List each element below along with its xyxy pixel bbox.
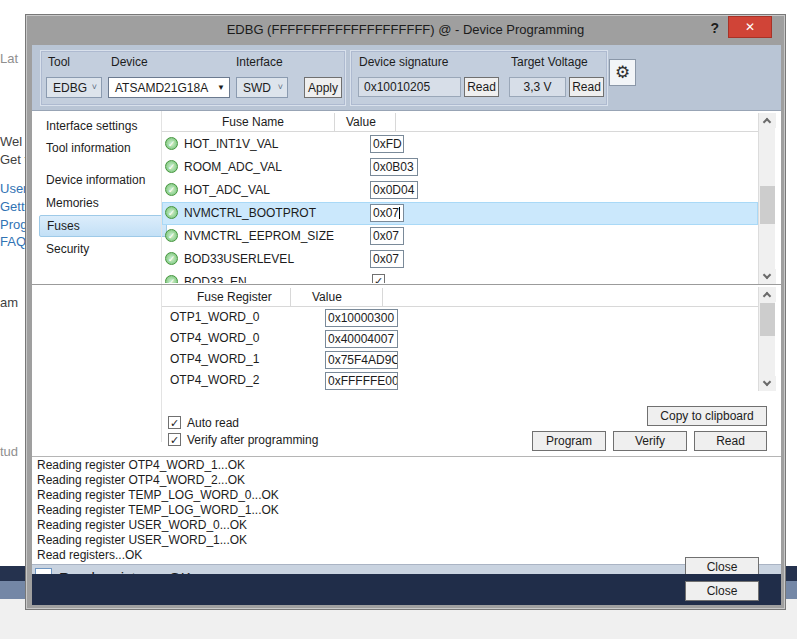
background-text: tud bbox=[0, 444, 18, 459]
sidebar-item-interface-settings[interactable]: Interface settings bbox=[39, 116, 167, 136]
read-voltage-button[interactable]: Read bbox=[569, 77, 604, 97]
device-signature-field[interactable]: 0x10010205 bbox=[358, 77, 461, 97]
sidebar-item-memories[interactable]: Memories bbox=[39, 193, 167, 213]
header-line bbox=[162, 131, 758, 132]
register-row[interactable]: OTP4_WORD_0 0x40004007 bbox=[162, 328, 758, 349]
register-value-input[interactable]: 0x75F4AD9C bbox=[325, 351, 398, 369]
fuse-name: BOD33_EN bbox=[184, 275, 247, 283]
device-select[interactable]: ATSAMD21G18A ▼ bbox=[108, 77, 230, 98]
scroll-up-button[interactable] bbox=[759, 287, 776, 302]
background-link: User bbox=[0, 181, 27, 196]
log-line: Reading register USER_WORD_1...OK bbox=[37, 533, 247, 547]
fuse-ok-icon: ✓ bbox=[165, 275, 178, 283]
scrollbar-thumb[interactable] bbox=[760, 303, 775, 336]
scroll-down-button[interactable] bbox=[759, 269, 776, 284]
verify-button[interactable]: Verify bbox=[613, 431, 687, 451]
close-button[interactable]: Close bbox=[685, 581, 759, 601]
fuse-value-input[interactable]: 0x0D04 bbox=[370, 181, 418, 199]
fuse-value-text: 0x07 bbox=[373, 206, 399, 220]
background-link: Prog bbox=[0, 217, 27, 232]
chevron-up-icon bbox=[763, 118, 771, 126]
fuse-value-input[interactable]: 0x07 bbox=[370, 250, 404, 268]
close-window-button[interactable]: ✕ bbox=[728, 16, 772, 38]
fuse-value-input-focused[interactable]: 0x07 bbox=[370, 204, 404, 222]
register-row-partial[interactable]: OTP4_WORD_2 0xFFFFFE00 bbox=[162, 370, 758, 390]
settings-button[interactable]: ⚙ bbox=[609, 59, 636, 86]
title-bar[interactable]: EDBG (FFFFFFFFFFFFFFFFFFFF) @ - Device P… bbox=[26, 15, 785, 45]
verify-after-programming-label: Verify after programming bbox=[187, 433, 318, 447]
apply-button[interactable]: Apply bbox=[304, 77, 342, 98]
device-select-value: ATSAMD21G18A bbox=[115, 81, 208, 95]
register-name: OTP4_WORD_0 bbox=[170, 331, 259, 345]
read-button[interactable]: Read bbox=[694, 431, 767, 451]
fuse-ok-icon: ✓ bbox=[165, 137, 178, 150]
scroll-up-button[interactable] bbox=[759, 113, 776, 128]
copy-to-clipboard-button[interactable]: Copy to clipboard bbox=[647, 406, 767, 426]
help-button[interactable]: ? bbox=[710, 20, 719, 36]
log-output[interactable]: Reading register OTP4_WORD_1...OK Readin… bbox=[32, 456, 781, 564]
scroll-down-button[interactable] bbox=[759, 376, 776, 391]
log-line: Reading register OTP4_WORD_2...OK bbox=[37, 473, 245, 487]
fuse-row[interactable]: ✓ BOD33USERLEVEL 0x07 bbox=[162, 248, 758, 271]
fuse-row[interactable]: ✓ NVMCTRL_EEPROM_SIZE 0x07 bbox=[162, 225, 758, 248]
fuse-ok-icon: ✓ bbox=[165, 252, 178, 265]
fuse-name: NVMCTRL_BOOTPROT bbox=[184, 206, 316, 220]
chevron-down-icon bbox=[763, 271, 771, 279]
register-row[interactable]: OTP1_WORD_0 0x10000300 bbox=[162, 307, 758, 328]
register-value-input[interactable]: 0x40004007 bbox=[325, 330, 398, 348]
fuse-name-column-header[interactable]: Fuse Name bbox=[222, 115, 284, 129]
fuse-name: BOD33USERLEVEL bbox=[184, 252, 294, 266]
fuse-name: HOT_INT1V_VAL bbox=[184, 137, 278, 151]
column-separator bbox=[290, 288, 291, 306]
signature-voltage-group: Device signature 0x10010205 Read Target … bbox=[350, 50, 608, 106]
sidebar-item-tool-information[interactable]: Tool information bbox=[39, 138, 167, 158]
register-row[interactable]: OTP4_WORD_1 0x75F4AD9C bbox=[162, 349, 758, 370]
fuse-row[interactable]: ✓ HOT_INT1V_VAL 0xFD bbox=[162, 133, 758, 156]
section-divider bbox=[32, 284, 781, 285]
register-name: OTP4_WORD_1 bbox=[170, 352, 259, 366]
gear-icon: ⚙ bbox=[615, 63, 630, 82]
fuse-value-column-header[interactable]: Value bbox=[346, 115, 376, 129]
tool-device-interface-group: Tool Device Interface EDBG ˅ ATSAMD21G18… bbox=[40, 50, 346, 106]
register-table-scrollbar[interactable] bbox=[758, 287, 775, 391]
fuse-value-input[interactable]: 0x0B03 bbox=[370, 158, 418, 176]
sidebar-item-fuses[interactable]: Fuses bbox=[39, 215, 167, 237]
register-value-input[interactable]: 0x10000300 bbox=[325, 309, 398, 327]
register-name: OTP4_WORD_2 bbox=[170, 373, 259, 387]
background-link: Gett bbox=[0, 199, 25, 214]
tool-select[interactable]: EDBG ˅ bbox=[46, 77, 102, 98]
read-signature-button[interactable]: Read bbox=[464, 77, 499, 97]
device-label: Device bbox=[111, 55, 148, 69]
program-button[interactable]: Program bbox=[532, 431, 606, 451]
log-line: Reading register USER_WORD_0...OK bbox=[37, 518, 247, 532]
target-voltage-field[interactable]: 3,3 V bbox=[509, 77, 566, 97]
target-voltage-label: Target Voltage bbox=[511, 55, 588, 69]
auto-read-checkbox[interactable]: ✓ bbox=[168, 416, 181, 429]
chevron-down-icon: ˅ bbox=[278, 82, 283, 92]
fuse-register-column-header[interactable]: Fuse Register bbox=[197, 290, 272, 304]
scrollbar-thumb[interactable] bbox=[760, 186, 775, 224]
fuse-ok-icon: ✓ bbox=[165, 229, 178, 242]
chevron-down-icon: ˅ bbox=[92, 82, 97, 92]
tool-label: Tool bbox=[48, 55, 70, 69]
sidebar-item-security[interactable]: Security bbox=[39, 239, 167, 259]
fuse-row-partial[interactable]: ✓ BOD33_EN ✓ bbox=[162, 271, 758, 283]
register-value-column-header[interactable]: Value bbox=[312, 290, 342, 304]
interface-select[interactable]: SWD ˅ bbox=[236, 77, 288, 98]
toolbar: Tool Device Interface EDBG ˅ ATSAMD21G18… bbox=[32, 45, 781, 111]
fuse-row[interactable]: ✓ ROOM_ADC_VAL 0x0B03 bbox=[162, 156, 758, 179]
fuse-name: NVMCTRL_EEPROM_SIZE bbox=[184, 229, 334, 243]
verify-after-programming-checkbox[interactable]: ✓ bbox=[168, 433, 181, 446]
fuse-row-selected[interactable]: ✓ NVMCTRL_BOOTPROT 0x07 bbox=[162, 202, 758, 225]
fuse-row[interactable]: ✓ HOT_ADC_VAL 0x0D04 bbox=[162, 179, 758, 202]
register-value-input[interactable]: 0xFFFFFE00 bbox=[325, 372, 398, 390]
fuse-value-input[interactable]: 0xFD bbox=[370, 135, 404, 153]
background-link: FAQ bbox=[0, 234, 26, 249]
fuse-table-scrollbar[interactable] bbox=[758, 113, 775, 284]
register-name: OTP1_WORD_0 bbox=[170, 310, 259, 324]
column-separator bbox=[382, 288, 383, 306]
fuse-checkbox-checked[interactable]: ✓ bbox=[372, 274, 385, 283]
fuse-value-input[interactable]: 0x07 bbox=[370, 227, 404, 245]
log-line: Reading register OTP4_WORD_1...OK bbox=[37, 458, 245, 472]
sidebar-item-device-information[interactable]: Device information bbox=[39, 170, 167, 190]
